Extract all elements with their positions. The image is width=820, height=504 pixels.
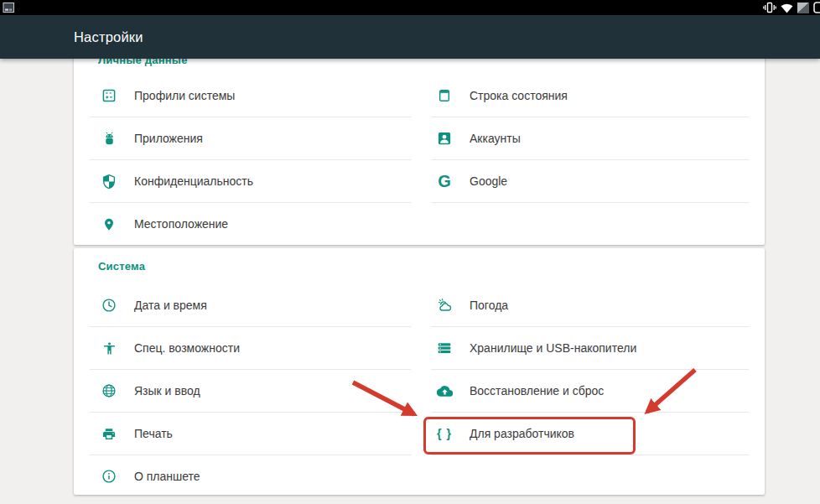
divider — [431, 455, 749, 455]
card-personal-data: Личные данные — [74, 59, 765, 245]
location-pin-icon — [99, 214, 119, 234]
settings-item-privacy[interactable]: Конфиденциальность — [90, 159, 411, 202]
settings-item-language-input[interactable]: Язык и ввод — [90, 369, 411, 412]
settings-item-label: Дата и время — [134, 299, 207, 312]
settings-item-label: Спец. возможности — [134, 341, 240, 355]
settings-item-apps[interactable]: Приложения — [90, 117, 411, 159]
settings-content: Личные данные — [0, 59, 820, 504]
status-bar-icon — [434, 86, 454, 106]
google-icon: G — [434, 171, 454, 191]
accessibility-icon — [99, 338, 119, 358]
settings-item-label: Хранилище и USB-накопители — [470, 341, 636, 355]
settings-item-label: Приложения — [134, 132, 203, 145]
settings-item-location[interactable]: Местоположение — [90, 202, 411, 245]
clock-icon — [99, 295, 119, 315]
settings-item-label: Строка состояния — [470, 89, 568, 102]
settings-item-label: Восстановление и сброс — [470, 384, 604, 397]
settings-item-weather[interactable]: Погода — [431, 283, 749, 326]
wifi-icon — [781, 3, 793, 13]
system-profiles-icon — [99, 86, 119, 106]
android-apps-icon — [99, 128, 119, 148]
app-bar: Настройки — [0, 15, 820, 59]
settings-item-printing[interactable]: Печать — [90, 412, 411, 455]
status-bar — [0, 0, 820, 15]
backup-reset-icon — [434, 381, 454, 401]
privacy-shield-icon — [99, 171, 119, 191]
signal-icon — [797, 3, 809, 13]
printer-icon — [99, 423, 119, 444]
settings-item-system-profiles[interactable]: Профили системы — [90, 74, 411, 117]
card-system: Система Дата и время — [74, 248, 765, 495]
settings-item-label: Местоположение — [134, 217, 228, 231]
accounts-icon — [434, 128, 454, 148]
weather-icon — [434, 295, 454, 315]
settings-item-accounts[interactable]: Аккаунты — [431, 117, 749, 159]
divider — [431, 202, 749, 203]
settings-item-label: Печать — [134, 427, 173, 440]
language-globe-icon — [99, 381, 119, 401]
android-settings-screen: Настройки Личные данные — [0, 0, 820, 504]
settings-item-label: О планшете — [134, 470, 200, 483]
battery-icon — [813, 2, 820, 13]
settings-item-accessibility[interactable]: Спец. возможности — [90, 326, 411, 369]
page-title: Настройки — [74, 15, 143, 59]
settings-item-label: Погода — [470, 299, 508, 312]
settings-item-label: Для разработчиков — [470, 427, 574, 440]
settings-item-label: Конфиденциальность — [134, 174, 253, 188]
settings-item-developer-options[interactable]: { } Для разработчиков — [431, 412, 749, 455]
vibrate-icon — [763, 2, 776, 13]
settings-item-storage-usb[interactable]: Хранилище и USB-накопители — [431, 326, 749, 369]
settings-item-label: Аккаунты — [470, 132, 521, 145]
settings-item-backup-reset[interactable]: Восстановление и сброс — [431, 369, 749, 412]
settings-item-label: Профили системы — [134, 89, 235, 102]
settings-item-status-bar[interactable]: Строка состояния — [431, 74, 749, 117]
settings-item-date-time[interactable]: Дата и время — [90, 283, 411, 326]
screenshot-thumbnail-icon — [3, 2, 15, 13]
storage-icon — [434, 338, 454, 358]
settings-item-label: Язык и ввод — [134, 384, 200, 397]
developer-options-icon: { } — [434, 423, 454, 444]
settings-item-google[interactable]: G Google — [431, 159, 749, 202]
section-label-personal: Личные данные — [98, 59, 188, 66]
settings-item-about-tablet[interactable]: О планшете — [90, 455, 411, 497]
settings-item-label: Google — [470, 174, 507, 188]
section-label-system: Система — [98, 260, 145, 273]
info-icon — [99, 466, 119, 486]
